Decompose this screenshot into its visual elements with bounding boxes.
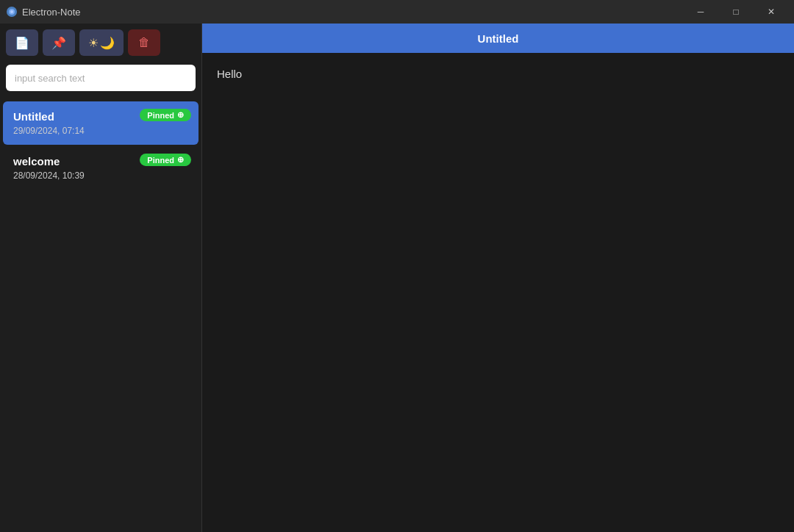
new-note-icon: 📄 [15, 36, 29, 50]
note-item-untitled[interactable]: Pinned ⊕ Untitled 29/09/2024, 07:14 [3, 101, 198, 145]
sidebar: 📄 📌 ☀ 🌙 🗑 Pinned ⊕ [0, 24, 202, 532]
pin-badge-welcome: Pinned ⊕ [140, 154, 191, 166]
moon-icon: 🌙 [100, 36, 115, 50]
pin-badge-label: Pinned [147, 111, 174, 120]
new-note-button[interactable]: 📄 [6, 29, 38, 56]
toolbar: 📄 📌 ☀ 🌙 🗑 [0, 24, 201, 62]
pin-badge-icon: ⊕ [177, 110, 184, 120]
titlebar-left: Electron-Note [6, 6, 80, 18]
pin-badge-untitled: Pinned ⊕ [140, 109, 191, 121]
pin-button[interactable]: 📌 [43, 29, 75, 56]
delete-icon: 🗑 [138, 36, 150, 49]
titlebar-controls: ─ □ ✕ [684, 0, 788, 24]
minimize-button[interactable]: ─ [684, 0, 718, 24]
sun-icon: ☀ [88, 36, 99, 50]
note-item-welcome[interactable]: Pinned ⊕ welcome 28/09/2024, 10:39 [3, 146, 198, 190]
notes-list: Pinned ⊕ Untitled 29/09/2024, 07:14 Pinn… [0, 97, 201, 532]
pin-badge-label-welcome: Pinned [147, 156, 174, 165]
delete-button[interactable]: 🗑 [128, 29, 160, 56]
theme-toggle-button[interactable]: ☀ 🌙 [79, 29, 124, 56]
search-container [0, 62, 201, 97]
content-header: Untitled [202, 24, 794, 53]
main-container: 📄 📌 ☀ 🌙 🗑 Pinned ⊕ [0, 24, 794, 532]
pin-badge-icon-welcome: ⊕ [177, 155, 184, 165]
content-body-text: Hello [217, 68, 242, 80]
search-input[interactable] [6, 65, 196, 91]
content-area: Untitled Hello [202, 24, 794, 532]
content-title: Untitled [478, 32, 519, 45]
titlebar: Electron-Note ─ □ ✕ [0, 0, 794, 24]
note-date-welcome: 28/09/2024, 10:39 [13, 170, 188, 181]
close-button[interactable]: ✕ [754, 0, 788, 24]
app-title: Electron-Note [22, 7, 80, 18]
note-date-untitled: 29/09/2024, 07:14 [13, 126, 188, 136]
pin-icon: 📌 [51, 36, 66, 50]
app-icon [6, 6, 18, 18]
svg-point-2 [10, 10, 13, 13]
maximize-button[interactable]: □ [719, 0, 753, 24]
content-body[interactable]: Hello [202, 53, 794, 532]
